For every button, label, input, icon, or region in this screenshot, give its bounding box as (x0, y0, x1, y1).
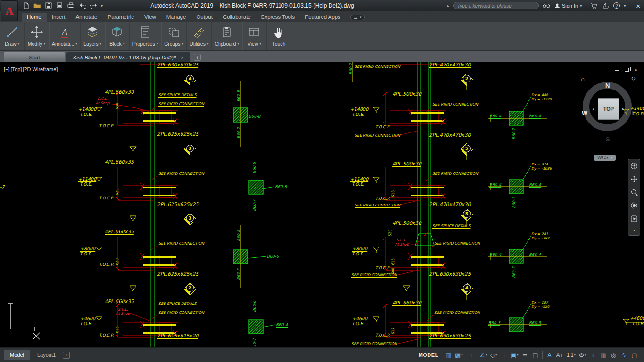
sign-in-button[interactable]: Sign In ▾ (554, 3, 582, 8)
tab-express-tools[interactable]: Express Tools (256, 13, 300, 22)
status-lineweight-icon[interactable]: ≣ (520, 350, 530, 360)
drawing-close-icon[interactable]: × (635, 67, 637, 73)
plot-icon[interactable] (67, 2, 75, 10)
viewcube-roll-arrows-icon[interactable]: ↻ (631, 75, 636, 82)
viewport-view-control[interactable]: [Top] (11, 66, 22, 72)
status-clean-screen-icon[interactable]: ▢ (629, 350, 639, 360)
ribbon-panel-layers[interactable]: Layers▾ (81, 22, 105, 50)
save-icon[interactable] (44, 2, 52, 10)
tab-home[interactable]: Home (22, 13, 47, 22)
status-annotation-visibility-icon[interactable]: A (545, 350, 554, 360)
tab-manage[interactable]: Manage (161, 13, 191, 22)
tab-output[interactable]: Output (191, 13, 218, 22)
showmotion-icon[interactable] (630, 215, 638, 222)
viewcube-right-arrow-icon[interactable]: ▸ (622, 107, 625, 111)
new-file-icon[interactable] (22, 2, 30, 10)
help-icon[interactable]: ? (613, 2, 620, 9)
application-menu-button[interactable]: A (1, 0, 18, 21)
open-file-icon[interactable] (33, 2, 41, 10)
tab-view[interactable]: View (139, 13, 161, 22)
model-space-button[interactable]: MODEL (414, 352, 443, 358)
status-icons: ▦▩▾∟∠▾◇▾+▣▾≣▤AA+1:1▾⚙▾+▥◎ϟ▢ (444, 350, 639, 360)
save-as-icon[interactable] (56, 2, 64, 10)
drawing-window-buttons: × (615, 67, 637, 73)
window-close-button[interactable]: × (636, 2, 640, 10)
ribbon-panel-properties[interactable]: Properties▾ (130, 22, 161, 50)
ribbon-panel-groups[interactable]: Groups▾ (161, 22, 187, 50)
status-grid-icon[interactable]: ▦ (444, 350, 454, 360)
ribbon-panel-block[interactable]: Block▾ (105, 22, 130, 50)
file-tab-start[interactable]: Start (4, 52, 65, 62)
tab-annotate[interactable]: Annotate (70, 13, 102, 22)
search-history-caret[interactable]: ▸ (447, 4, 449, 8)
ribbon-panel-clipboard[interactable]: Clipboard▾ (212, 22, 242, 50)
ribbon-panel-modify[interactable]: Modify▾ (25, 22, 49, 50)
ribbon-panel-view[interactable]: View▾ (242, 22, 267, 50)
zoom-icon[interactable] (630, 189, 638, 196)
help-caret[interactable]: ▾ (624, 4, 626, 8)
viewcube[interactable]: ⌂ ↻ N S W E TOP ◂ ▸ WCS ▾ (581, 75, 636, 151)
viewcube-top-face[interactable]: TOP (598, 98, 619, 120)
viewcube-north[interactable]: N (605, 82, 610, 89)
drawing-restore-icon[interactable] (625, 68, 629, 72)
modify-icon (30, 24, 43, 41)
new-drawing-tab-button[interactable]: + (194, 54, 201, 61)
ribbon-display-toggle[interactable]: ▬▾ (350, 15, 365, 20)
add-layout-button[interactable]: + (63, 352, 70, 359)
status-snap-icon[interactable]: ▩▾ (454, 350, 464, 360)
search-binoculars-icon[interactable] (543, 2, 551, 10)
redo-icon[interactable] (90, 2, 98, 10)
share-icon[interactable] (602, 2, 610, 10)
status-osnap-icon[interactable]: ▣▾ (510, 350, 520, 360)
ribbon-panel-touch[interactable]: Touch (267, 22, 291, 50)
status-otrack-icon[interactable]: + (499, 350, 509, 360)
status-quick-properties-icon[interactable]: ▥ (598, 350, 608, 360)
viewport-menu-control[interactable]: [−] (4, 66, 10, 72)
status-graphics-performance-icon[interactable]: ϟ (619, 350, 629, 360)
status-workspace-gear-icon[interactable]: ⚙▾ (578, 350, 587, 360)
sign-in-caret[interactable]: ▾ (580, 4, 582, 8)
tab-collaborate[interactable]: Collaborate (218, 13, 256, 22)
viewport-visual-style-control[interactable]: [2D Wireframe] (23, 66, 58, 72)
search-input[interactable] (453, 2, 539, 9)
app-name: Autodesk AutoCAD 2019 (150, 2, 213, 9)
touch-hand-icon (272, 24, 285, 41)
tab-featured-apps[interactable]: Featured Apps (300, 13, 346, 22)
model-tab[interactable]: Model (4, 350, 30, 360)
panel-label: Block (109, 41, 122, 47)
window-title: Autodesk AutoCAD 2019 Kish Block F-04RR-… (141, 2, 363, 9)
orbit-icon[interactable] (630, 202, 638, 209)
viewcube-south[interactable]: S (606, 136, 610, 143)
wcs-dropdown[interactable]: WCS ▾ (594, 155, 616, 161)
status-scale-button[interactable]: 1:1▾ (565, 350, 577, 360)
undo-icon[interactable] (78, 2, 86, 10)
status-isodraft-icon[interactable]: ◇▾ (489, 350, 499, 360)
tab-insert[interactable]: Insert (47, 13, 71, 22)
viewcube-west[interactable]: W (582, 109, 587, 116)
drawing-minimize-icon[interactable] (615, 68, 619, 71)
status-autoscale-icon[interactable]: A+ (555, 350, 565, 360)
panel-flyout-caret: ▾ (157, 42, 158, 46)
status-crosshair-icon[interactable]: + (588, 350, 598, 360)
navbar-caret-icon[interactable]: ▾ (633, 228, 635, 232)
viewcube-east[interactable]: E (632, 109, 636, 116)
cart-icon[interactable] (590, 2, 598, 10)
layout1-tab[interactable]: Layout1 (31, 350, 62, 360)
tab-parametric[interactable]: Parametric (103, 13, 140, 22)
status-selection-cycling-icon[interactable]: ▤ (530, 350, 540, 360)
viewcube-left-arrow-icon[interactable]: ◂ (592, 107, 594, 111)
status-polar-icon[interactable]: ∠▾ (479, 350, 488, 360)
pan-icon[interactable] (630, 175, 638, 183)
file-tab-document[interactable]: Kish Block F-04RR-97...1.03.15-(Help Del… (66, 52, 190, 62)
viewcube-home-icon[interactable]: ⌂ (581, 75, 585, 82)
ribbon-panel-draw[interactable]: Draw▾ (0, 22, 25, 50)
qat-customize-caret[interactable]: ▾ (101, 4, 103, 8)
status-toggles: MODEL ▦▩▾∟∠▾◇▾+▣▾≣▤AA+1:1▾⚙▾+▥◎ϟ▢ (414, 350, 644, 360)
navwheel-icon[interactable] (630, 162, 638, 170)
ribbon-panel-annotation[interactable]: A Annotati...▾ (49, 22, 81, 50)
ribbon-panel-utilities[interactable]: Utilities▾ (187, 22, 212, 50)
status-isolate-icon[interactable]: ◎ (609, 350, 619, 360)
document-tab-close-icon[interactable]: × (181, 55, 183, 60)
drawing-canvas[interactable]: 2PL.630x630x254PL.660x30S.C.L.At Shop+14… (0, 62, 644, 347)
status-ortho-icon[interactable]: ∟ (468, 350, 478, 360)
